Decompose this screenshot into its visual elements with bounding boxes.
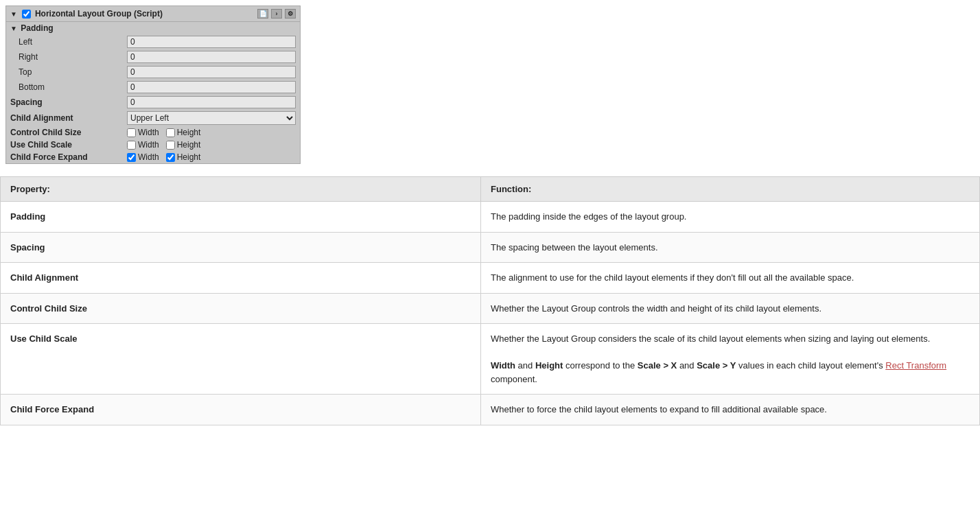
table-row: Padding The padding inside the edges of … bbox=[1, 202, 980, 233]
function-spacing: The spacing between the layout elements. bbox=[481, 232, 980, 263]
component-enabled-checkbox[interactable] bbox=[22, 10, 31, 19]
use-child-scale-height-label: Height bbox=[177, 140, 201, 150]
child-force-expand-checkboxes: Width Height bbox=[127, 152, 296, 162]
reference-table: Property: Function: Padding The padding … bbox=[0, 176, 980, 425]
left-label: Left bbox=[10, 37, 127, 47]
top-label: Top bbox=[10, 67, 127, 77]
spacing-label: Spacing bbox=[10, 97, 127, 107]
function-padding: The padding inside the edges of the layo… bbox=[481, 202, 980, 233]
use-child-scale-correspond: correspond to the bbox=[565, 360, 638, 371]
use-child-scale-width-checkbox[interactable] bbox=[127, 141, 136, 150]
use-child-scale-text1: Whether the Layout Group considers the s… bbox=[491, 333, 930, 344]
use-child-scale-width-label: Width bbox=[138, 140, 159, 150]
padding-triangle: ▼ bbox=[10, 25, 17, 32]
use-child-scale-height-bold: Height bbox=[535, 360, 563, 371]
property-control-child-size: Control Child Size bbox=[1, 293, 481, 324]
doc-icon[interactable]: 📄 bbox=[257, 9, 268, 19]
function-use-child-scale: Whether the Layout Group considers the s… bbox=[481, 324, 980, 395]
control-height-label: Height bbox=[177, 128, 201, 137]
control-height-checkbox[interactable] bbox=[166, 128, 175, 137]
use-child-scale-row: Use Child Scale Width Height bbox=[6, 139, 300, 151]
child-force-expand-height-item: Height bbox=[166, 152, 201, 162]
col1-header: Property: bbox=[1, 177, 481, 202]
table-row: Child Force Expand Whether to force the … bbox=[1, 395, 980, 425]
child-force-expand-width-label: Width bbox=[138, 152, 159, 162]
bottom-input[interactable] bbox=[127, 81, 296, 93]
spacing-row: Spacing bbox=[6, 95, 300, 110]
property-spacing: Spacing bbox=[1, 232, 481, 263]
use-child-scale-checkboxes: Width Height bbox=[127, 140, 296, 150]
use-child-scale-and: and bbox=[518, 360, 535, 371]
use-child-scale-component: component. bbox=[491, 374, 537, 384]
control-child-size-checkboxes: Width Height bbox=[127, 128, 296, 137]
pin-icon[interactable]: › bbox=[271, 9, 282, 19]
inspector-header: ▼ Horizontal Layout Group (Script) 📄 › ⚙ bbox=[6, 6, 300, 22]
use-child-scale-height-item: Height bbox=[166, 140, 201, 150]
use-child-scale-height-checkbox[interactable] bbox=[166, 141, 175, 150]
use-child-scale-scale-y-bold: Scale > Y bbox=[697, 360, 736, 371]
child-force-expand-row: Child Force Expand Width Height bbox=[6, 151, 300, 163]
child-alignment-label: Child Alignment bbox=[10, 113, 127, 123]
gear-icon[interactable]: ⚙ bbox=[285, 9, 296, 19]
control-child-size-row: Control Child Size Width Height bbox=[6, 126, 300, 139]
control-height-item: Height bbox=[166, 128, 201, 137]
triangle-icon: ▼ bbox=[10, 10, 17, 18]
child-force-expand-height-label: Height bbox=[177, 152, 201, 162]
child-force-expand-height-checkbox[interactable] bbox=[166, 153, 175, 162]
function-child-force-expand: Whether to force the child layout elemen… bbox=[481, 395, 980, 425]
child-alignment-select[interactable]: Upper Left Upper Center Upper Right Midd… bbox=[127, 111, 296, 125]
table-row: Use Child Scale Whether the Layout Group… bbox=[1, 324, 980, 395]
use-child-scale-scale-x-bold: Scale > X bbox=[638, 360, 677, 371]
control-width-checkbox[interactable] bbox=[127, 128, 136, 137]
property-child-alignment: Child Alignment bbox=[1, 263, 481, 294]
bottom-row: Bottom bbox=[6, 80, 300, 95]
col2-header: Function: bbox=[481, 177, 980, 202]
header-icons: 📄 › ⚙ bbox=[257, 9, 296, 19]
function-control-child-size: Whether the Layout Group controls the wi… bbox=[481, 293, 980, 324]
property-use-child-scale: Use Child Scale bbox=[1, 324, 481, 395]
right-row: Right bbox=[6, 49, 300, 65]
left-input[interactable] bbox=[127, 36, 296, 48]
use-child-scale-label: Use Child Scale bbox=[10, 140, 127, 150]
child-alignment-row: Child Alignment Upper Left Upper Center … bbox=[6, 110, 300, 126]
table-row: Control Child Size Whether the Layout Gr… bbox=[1, 293, 980, 324]
control-width-label: Width bbox=[138, 128, 159, 137]
table-row: Child Alignment The alignment to use for… bbox=[1, 263, 980, 294]
use-child-scale-width-bold: Width bbox=[491, 360, 515, 371]
table-row: Spacing The spacing between the layout e… bbox=[1, 232, 980, 263]
right-input[interactable] bbox=[127, 51, 296, 63]
function-child-alignment: The alignment to use for the child layou… bbox=[481, 263, 980, 294]
control-child-size-label: Control Child Size bbox=[10, 128, 127, 137]
control-width-item: Width bbox=[127, 128, 159, 137]
use-child-scale-and2: and bbox=[679, 360, 697, 371]
right-label: Right bbox=[10, 52, 127, 62]
child-force-expand-width-item: Width bbox=[127, 152, 159, 162]
top-row: Top bbox=[6, 65, 300, 80]
spacing-input[interactable] bbox=[127, 96, 296, 108]
left-row: Left bbox=[6, 34, 300, 49]
padding-section-label: ▼ Padding bbox=[6, 22, 300, 34]
top-input[interactable] bbox=[127, 66, 296, 78]
use-child-scale-width-item: Width bbox=[127, 140, 159, 150]
inspector-panel: ▼ Horizontal Layout Group (Script) 📄 › ⚙… bbox=[5, 5, 301, 164]
component-title: Horizontal Layout Group (Script) bbox=[35, 9, 163, 19]
rect-transform-link[interactable]: Rect Transform bbox=[885, 360, 946, 371]
property-padding: Padding bbox=[1, 202, 481, 233]
child-force-expand-width-checkbox[interactable] bbox=[127, 153, 136, 162]
use-child-scale-values: values in each child layout element's bbox=[738, 360, 885, 371]
child-force-expand-label: Child Force Expand bbox=[10, 152, 127, 162]
bottom-label: Bottom bbox=[10, 82, 127, 92]
property-child-force-expand: Child Force Expand bbox=[1, 395, 481, 425]
